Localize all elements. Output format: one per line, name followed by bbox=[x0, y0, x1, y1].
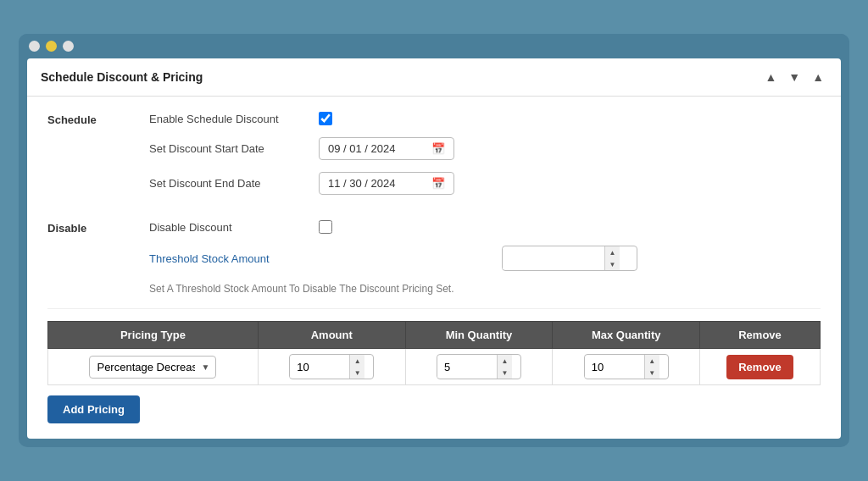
close-button[interactable] bbox=[29, 41, 40, 52]
disable-label: Disable bbox=[47, 220, 149, 295]
amount-input-wrapper: ▲ ▼ bbox=[289, 354, 374, 379]
threshold-hint: Set A Threshold Stock Amount To Disable … bbox=[149, 283, 821, 295]
divider bbox=[47, 308, 821, 309]
min-quantity-input[interactable] bbox=[437, 357, 497, 378]
table-header-row: Pricing Type Amount Min Quantity Max Qua… bbox=[48, 322, 821, 349]
col-pricing-type: Pricing Type bbox=[48, 322, 259, 349]
col-amount: Amount bbox=[258, 322, 405, 349]
threshold-spinners: ▲ ▼ bbox=[604, 246, 620, 270]
start-date-row: Set Discount Start Date 09 / 01 / 2024 📅 bbox=[149, 137, 821, 160]
end-date-field[interactable]: 11 / 30 / 2024 📅 bbox=[319, 172, 454, 195]
max-qty-spinners: ▲ ▼ bbox=[644, 355, 659, 379]
min-qty-spin-down[interactable]: ▼ bbox=[497, 367, 512, 379]
start-date-calendar-icon: 📅 bbox=[431, 142, 445, 155]
threshold-label: Threshold Stock Amount bbox=[149, 252, 319, 265]
amount-spin-up[interactable]: ▲ bbox=[349, 355, 364, 367]
col-remove: Remove bbox=[700, 322, 821, 349]
maximize-button[interactable] bbox=[63, 41, 74, 52]
enable-discount-label: Enable Schedule Discount bbox=[149, 113, 319, 125]
amount-spin-down[interactable]: ▼ bbox=[349, 367, 364, 379]
col-max-quantity: Max Quantity bbox=[553, 322, 700, 349]
min-qty-input-wrapper: ▲ ▼ bbox=[437, 354, 521, 379]
panel-header: Schedule Discount & Pricing ▲ ▼ ▲ bbox=[27, 58, 841, 97]
remove-button[interactable]: Remove bbox=[726, 355, 793, 379]
threshold-row: Threshold Stock Amount ▲ ▼ bbox=[149, 246, 821, 271]
pricing-table: Pricing Type Amount Min Quantity Max Qua… bbox=[47, 321, 821, 385]
disable-section: Disable Disable Discount Threshold Stock… bbox=[47, 220, 821, 295]
app-window: Schedule Discount & Pricing ▲ ▼ ▲ Schedu… bbox=[19, 34, 849, 447]
col-min-quantity: Min Quantity bbox=[405, 322, 553, 349]
threshold-input[interactable] bbox=[503, 248, 604, 269]
max-qty-input-wrapper: ▲ ▼ bbox=[584, 354, 669, 379]
scroll-down-button[interactable]: ▼ bbox=[785, 69, 804, 86]
end-date-value: 11 / 30 / 2024 bbox=[328, 177, 396, 190]
collapse-button[interactable]: ▲ bbox=[809, 69, 827, 86]
end-date-calendar-icon: 📅 bbox=[431, 177, 445, 190]
max-quantity-input[interactable] bbox=[585, 357, 644, 378]
schedule-section: Schedule Enable Schedule Discount Set Di… bbox=[47, 112, 821, 207]
amount-cell: ▲ ▼ bbox=[258, 349, 405, 385]
disable-discount-checkbox[interactable] bbox=[319, 220, 332, 234]
add-pricing-button[interactable]: Add Pricing bbox=[47, 395, 140, 423]
schedule-content: Enable Schedule Discount Set Discount St… bbox=[149, 112, 821, 207]
threshold-spin-down[interactable]: ▼ bbox=[604, 258, 620, 270]
enable-discount-checkbox[interactable] bbox=[319, 112, 332, 125]
amount-input[interactable] bbox=[290, 357, 349, 378]
panel-title: Schedule Discount & Pricing bbox=[41, 70, 203, 84]
main-panel: Schedule Discount & Pricing ▲ ▼ ▲ Schedu… bbox=[27, 58, 841, 439]
max-qty-spin-down[interactable]: ▼ bbox=[644, 367, 659, 379]
minimize-button[interactable] bbox=[46, 41, 57, 52]
start-date-value: 09 / 01 / 2024 bbox=[328, 142, 396, 155]
table-row: Percentage Decrease Fixed Amount Decreas… bbox=[48, 349, 821, 385]
end-date-row: Set Discount End Date 11 / 30 / 2024 📅 bbox=[149, 172, 821, 195]
title-bar bbox=[19, 34, 849, 58]
schedule-label: Schedule bbox=[47, 112, 149, 207]
disable-discount-row: Disable Discount bbox=[149, 220, 821, 234]
disable-discount-label: Disable Discount bbox=[149, 221, 319, 234]
pricing-type-select-wrapper: Percentage Decrease Fixed Amount Decreas… bbox=[89, 356, 216, 379]
pricing-type-cell: Percentage Decrease Fixed Amount Decreas… bbox=[48, 349, 259, 385]
header-actions: ▲ ▼ ▲ bbox=[761, 69, 827, 86]
scroll-up-button[interactable]: ▲ bbox=[761, 69, 780, 86]
start-date-field[interactable]: 09 / 01 / 2024 📅 bbox=[319, 137, 454, 160]
min-qty-spinners: ▲ ▼ bbox=[497, 355, 512, 379]
end-date-label: Set Discount End Date bbox=[149, 177, 319, 190]
min-qty-spin-up[interactable]: ▲ bbox=[497, 355, 512, 367]
max-qty-spin-up[interactable]: ▲ bbox=[644, 355, 659, 367]
threshold-spin-up[interactable]: ▲ bbox=[604, 246, 620, 258]
threshold-input-wrapper: ▲ ▼ bbox=[502, 246, 637, 271]
pricing-type-select[interactable]: Percentage Decrease Fixed Amount Decreas… bbox=[89, 356, 216, 379]
remove-cell: Remove bbox=[700, 349, 821, 385]
amount-spinners: ▲ ▼ bbox=[349, 355, 364, 379]
disable-content: Disable Discount Threshold Stock Amount … bbox=[149, 220, 821, 295]
panel-body: Schedule Enable Schedule Discount Set Di… bbox=[27, 97, 841, 439]
max-quantity-cell: ▲ ▼ bbox=[553, 349, 700, 385]
start-date-label: Set Discount Start Date bbox=[149, 142, 319, 155]
enable-discount-row: Enable Schedule Discount bbox=[149, 112, 821, 125]
min-quantity-cell: ▲ ▼ bbox=[405, 349, 553, 385]
